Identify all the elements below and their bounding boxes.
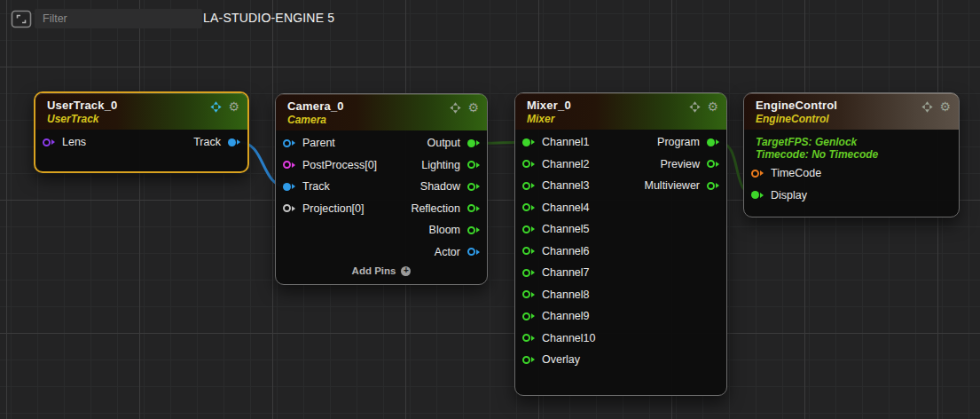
node-graph-canvas[interactable]: LA-STUDIO-ENGINE 5 UserTrack_0 UserTrack…	[0, 0, 980, 419]
pin-label: Output	[427, 137, 460, 149]
output-pin-output[interactable]: Output	[427, 137, 480, 149]
node-header[interactable]: EngineControl EngineControl ⚙	[744, 93, 959, 130]
output-pin-reflection[interactable]: Reflection	[411, 202, 480, 215]
filter-input[interactable]	[35, 9, 202, 28]
node-mixer-0[interactable]: Mixer_0 Mixer ⚙ Channel1ProgramChannel2P…	[514, 92, 727, 396]
pin-row: ParentOutput	[276, 132, 487, 154]
input-pin-display[interactable]: Display	[751, 189, 807, 202]
node-body: LensTrack	[35, 130, 247, 171]
gear-icon[interactable]: ⚙	[707, 100, 718, 113]
output-pin-bloom[interactable]: Bloom	[429, 224, 480, 236]
pin-row: Channel6	[515, 241, 726, 263]
pin-label: Display	[771, 189, 807, 202]
input-pin-channel5[interactable]: Channel5	[522, 223, 590, 235]
input-pin-parent[interactable]: Parent	[283, 137, 335, 149]
input-pin-channel7[interactable]: Channel7	[522, 266, 590, 279]
orange-pin-icon	[751, 170, 764, 178]
page-title: LA-STUDIO-ENGINE 5	[203, 11, 334, 25]
move-node-icon[interactable]	[450, 102, 461, 114]
blue-pin-icon	[283, 183, 295, 191]
move-node-icon[interactable]	[689, 101, 701, 113]
input-pin-channel3[interactable]: Channel3	[522, 179, 590, 192]
output-pin-program[interactable]: Program	[657, 136, 719, 148]
green-pin-icon	[522, 269, 535, 277]
green-pin-icon	[751, 191, 764, 199]
green-pin-icon	[522, 247, 535, 255]
green-pin-icon	[522, 203, 535, 211]
green-pin-icon	[707, 160, 719, 168]
input-pin-channel6[interactable]: Channel6	[522, 245, 590, 257]
blue-pin-icon	[228, 138, 240, 146]
input-pin-projection-0[interactable]: Projection[0]	[283, 202, 364, 215]
green-pin-icon	[522, 334, 535, 342]
output-pin-track[interactable]: Track	[193, 136, 240, 148]
move-node-icon[interactable]	[921, 101, 933, 113]
pin-label: Projection[0]	[302, 202, 364, 215]
pin-label: Bloom	[429, 224, 460, 236]
pin-label: Overlay	[542, 353, 580, 366]
move-node-icon[interactable]	[210, 101, 222, 113]
pin-label: PostProcess[0]	[302, 159, 377, 171]
pin-row: Bloom	[276, 219, 487, 241]
input-pin-channel8[interactable]: Channel8	[522, 289, 590, 301]
node-header[interactable]: UserTrack_0 UserTrack ⚙	[35, 93, 247, 130]
pin-label: Channel7	[542, 266, 590, 279]
input-pin-lens[interactable]: Lens	[43, 136, 86, 148]
input-pin-channel1[interactable]: Channel1	[522, 136, 590, 148]
pin-row: PostProcess[0]Lighting	[276, 154, 487, 177]
input-pin-channel4[interactable]: Channel4	[522, 202, 590, 214]
node-usertrack-0[interactable]: UserTrack_0 UserTrack ⚙ LensTrack	[34, 91, 249, 173]
output-pin-lighting[interactable]: Lighting	[421, 159, 480, 171]
pin-row: Display	[744, 185, 959, 207]
pin-label: Track	[193, 136, 221, 148]
node-body: TargetFPS: GenlockTimecode: No TimecodeT…	[744, 130, 959, 217]
blue-pin-icon	[283, 139, 295, 147]
pin-label: Channel8	[542, 289, 590, 301]
node-type-label: Camera	[287, 114, 478, 126]
node-icons: ⚙	[210, 100, 239, 113]
fit-view-icon[interactable]	[11, 10, 32, 28]
pin-row: Channel10	[515, 328, 726, 350]
pin-label: Lens	[62, 136, 86, 148]
node-camera-0[interactable]: Camera_0 Camera ⚙ ParentOutputPostProces…	[275, 93, 488, 285]
node-type-label: Mixer	[527, 113, 717, 125]
output-pin-actor[interactable]: Actor	[435, 246, 480, 258]
gear-icon[interactable]: ⚙	[467, 101, 479, 114]
pin-row: Projection[0]Reflection	[276, 198, 487, 220]
pin-label: Parent	[302, 137, 335, 149]
green-pin-icon	[467, 204, 480, 212]
green-pin-icon	[522, 312, 535, 320]
output-pin-multiviewer[interactable]: Multiviewer	[644, 179, 719, 192]
pin-row: Channel2Preview	[515, 154, 726, 176]
green-pin-icon	[707, 182, 719, 190]
node-info-line: Timecode: No Timecode	[756, 149, 947, 162]
pin-label: Actor	[435, 246, 460, 258]
input-pin-postprocess-0[interactable]: PostProcess[0]	[283, 159, 377, 171]
input-pin-overlay[interactable]: Overlay	[522, 353, 580, 366]
node-enginecontrol[interactable]: EngineControl EngineControl ⚙ TargetFPS:…	[743, 92, 960, 217]
pin-row: Channel5	[515, 218, 726, 241]
pin-row: Channel3Multiviewer	[515, 175, 726, 197]
input-pin-channel10[interactable]: Channel10	[522, 332, 595, 344]
add-pins-button[interactable]: Add Pins	[276, 263, 487, 284]
green-pin-icon	[522, 138, 535, 146]
pin-row: Overlay	[515, 349, 726, 371]
node-icons: ⚙	[921, 100, 951, 113]
green-pin-icon	[467, 161, 480, 169]
input-pin-track[interactable]: Track	[283, 180, 330, 193]
magenta-pin-icon	[283, 161, 295, 169]
output-pin-shadow[interactable]: Shadow	[420, 180, 480, 193]
pin-row: TimeCode	[744, 162, 959, 185]
input-pin-channel9[interactable]: Channel9	[522, 310, 590, 322]
green-pin-icon	[467, 139, 480, 147]
gear-icon[interactable]: ⚙	[939, 100, 951, 113]
node-header[interactable]: Mixer_0 Mixer ⚙	[515, 93, 726, 130]
input-pin-channel2[interactable]: Channel2	[522, 158, 590, 170]
node-header[interactable]: Camera_0 Camera ⚙	[276, 94, 487, 130]
gear-icon[interactable]: ⚙	[228, 100, 239, 113]
input-pin-timecode[interactable]: TimeCode	[751, 167, 821, 179]
output-pin-preview[interactable]: Preview	[661, 158, 719, 170]
node-type-label: UserTrack	[47, 113, 239, 125]
green-pin-icon	[467, 226, 480, 234]
purple-pin-icon	[43, 138, 55, 146]
